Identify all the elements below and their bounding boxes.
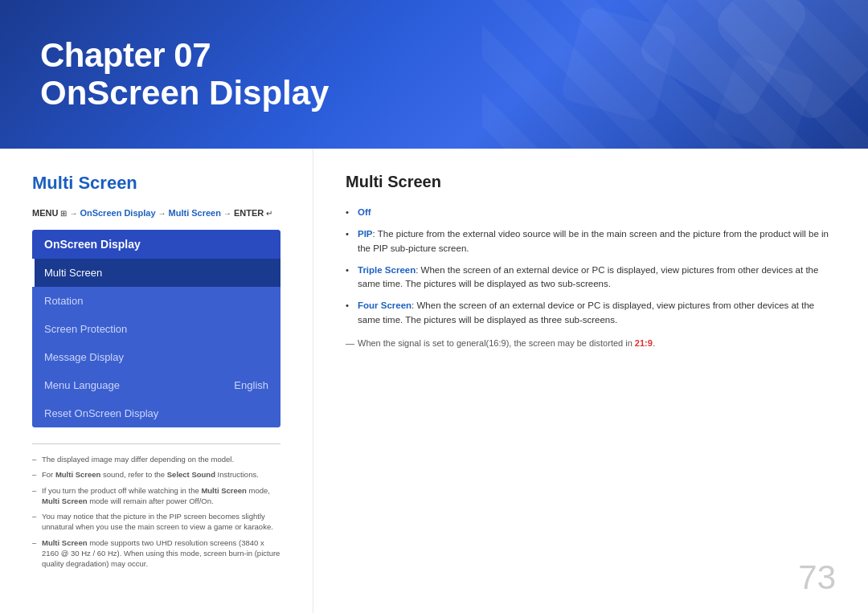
header-title: Chapter 07 OnScreen Display xyxy=(40,37,329,111)
enter-icon: ↵ xyxy=(266,209,272,218)
osd-menu-header: OnScreen Display xyxy=(32,230,280,259)
menu-item-label-rotation: Rotation xyxy=(44,295,83,307)
footnotes: The displayed image may differ depending… xyxy=(32,443,280,570)
bullet-item-triple: Triple Screen: When the screen of an ext… xyxy=(346,264,836,292)
header-shapes xyxy=(466,0,868,149)
menu-item-label-reset-osd: Reset OnScreen Display xyxy=(44,407,158,419)
chapter-subtitle: OnScreen Display xyxy=(40,75,329,112)
arrow-2: → xyxy=(158,209,166,218)
note-suffix: . xyxy=(653,338,655,348)
bullet-list: Off PIP: The picture from the external v… xyxy=(346,206,836,327)
footnote-1: The displayed image may differ depending… xyxy=(32,454,280,464)
multiscreen-link: Multi Screen xyxy=(169,208,221,218)
right-panel: Multi Screen Off PIP: The picture from t… xyxy=(313,149,868,613)
bullet-item-pip: PIP: The picture from the external video… xyxy=(346,227,836,255)
osd-menu-items: Multi Screen Rotation Screen Protection … xyxy=(32,259,280,427)
footnote-2: For Multi Screen sound, refer to the Sel… xyxy=(32,469,280,480)
menu-item-value-language: English xyxy=(234,379,268,391)
pip-bold: PIP xyxy=(358,229,373,239)
menu-path: MENU ⊞ → OnScreen Display → Multi Screen… xyxy=(32,208,280,218)
menu-item-label-menu-language: Menu Language xyxy=(44,379,120,391)
osd-menu-box: OnScreen Display Multi Screen Rotation S… xyxy=(32,230,280,427)
menu-item-screen-protection[interactable]: Screen Protection xyxy=(32,315,280,343)
main-content: Multi Screen MENU ⊞ → OnScreen Display →… xyxy=(0,149,868,613)
note-text: When the signal is set to general(16:9),… xyxy=(358,338,635,348)
footnote-4: You may notice that the picture in the P… xyxy=(32,511,280,533)
menu-item-label-multiscreen: Multi Screen xyxy=(44,267,102,279)
menu-item-reset-osd[interactable]: Reset OnScreen Display xyxy=(32,399,280,427)
off-link: Off xyxy=(358,207,371,217)
footnote-3: If you turn the product off while watchi… xyxy=(32,485,280,507)
bullet-item-four: Four Screen: When the screen of an exter… xyxy=(346,299,836,327)
four-bold: Four Screen xyxy=(358,300,411,310)
right-section-title: Multi Screen xyxy=(346,173,836,191)
menu-item-rotation[interactable]: Rotation xyxy=(32,287,280,315)
menu-item-label-screen-protection: Screen Protection xyxy=(44,323,127,335)
arrow-1: → xyxy=(69,209,77,218)
menu-icon: ⊞ xyxy=(60,209,67,218)
header-banner: Chapter 07 OnScreen Display xyxy=(0,0,868,149)
bullet-item-off: Off xyxy=(346,206,836,219)
menu-item-label-message-display: Message Display xyxy=(44,351,124,363)
triple-bold: Triple Screen xyxy=(358,265,416,275)
arrow-3: → xyxy=(223,209,231,218)
menu-item-multiscreen[interactable]: Multi Screen xyxy=(32,259,280,287)
left-panel: Multi Screen MENU ⊞ → OnScreen Display →… xyxy=(0,149,313,613)
onscreen-link: OnScreen Display xyxy=(80,208,155,218)
note-line: When the signal is set to general(16:9),… xyxy=(346,337,836,350)
menu-label: MENU xyxy=(32,208,58,218)
note-bold-red: 21:9 xyxy=(635,338,653,348)
left-section-title: Multi Screen xyxy=(32,173,280,194)
chapter-label: Chapter 07 xyxy=(40,37,329,74)
page-number: 73 xyxy=(798,558,836,597)
footnote-5: Multi Screen mode supports two UHD resol… xyxy=(32,537,280,570)
enter-label: ENTER xyxy=(234,208,264,218)
menu-item-menu-language[interactable]: Menu Language English xyxy=(32,371,280,399)
menu-item-message-display[interactable]: Message Display xyxy=(32,343,280,371)
